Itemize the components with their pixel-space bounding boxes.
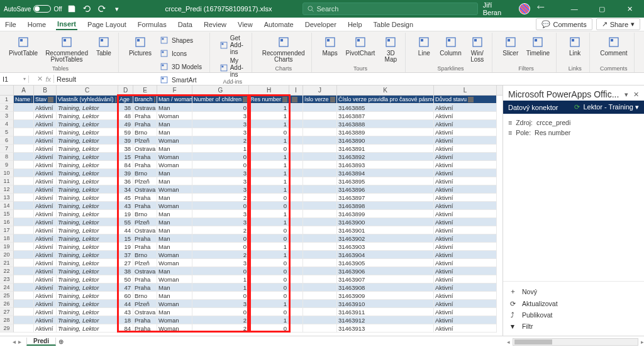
table-cell[interactable]: Aktivní — [34, 210, 57, 218]
table-cell[interactable] — [289, 284, 303, 292]
table-cell[interactable]: Woman — [157, 300, 192, 308]
table-cell[interactable]: Aktivní — [434, 145, 497, 153]
column-header[interactable]: E — [133, 85, 157, 95]
table-cell[interactable] — [289, 161, 303, 169]
row-header[interactable]: 24 — [0, 284, 14, 292]
table-cell[interactable]: Man — [157, 169, 192, 177]
table-cell[interactable] — [289, 275, 303, 284]
row-header[interactable]: 23 — [0, 275, 14, 284]
table-cell[interactable]: 31463902 — [337, 234, 434, 243]
column-header[interactable]: A — [14, 85, 34, 95]
table-cell[interactable]: Ostrava — [133, 308, 157, 316]
table-cell[interactable]: Training, Lektor — [57, 251, 118, 259]
cancel-formula-icon[interactable]: ✕ — [37, 75, 43, 83]
ribbon-recommended-pivot-button[interactable]: Recommended PivotTables — [43, 34, 91, 64]
spreadsheet-grid[interactable]: ABCDEFGHIJKL 1NameStavVlastník (vyhledáv… — [0, 85, 502, 336]
table-cell[interactable]: Brno — [133, 251, 157, 259]
table-cell[interactable]: Brno — [133, 128, 157, 136]
table-cell[interactable]: 0 — [249, 284, 289, 292]
table-cell[interactable]: 0 — [192, 292, 249, 300]
table-cell[interactable]: 31463912 — [337, 316, 434, 324]
table-cell[interactable]: Man — [157, 243, 192, 251]
table-cell[interactable]: Aktivní — [434, 169, 497, 177]
table-cell[interactable] — [303, 194, 337, 202]
table-cell[interactable] — [289, 324, 303, 333]
filter-dropdown-icon[interactable] — [292, 97, 297, 102]
maximize-icon[interactable]: ▢ — [591, 5, 613, 13]
table-cell[interactable]: Man — [157, 194, 192, 202]
filter-dropdown-icon[interactable] — [468, 97, 474, 102]
table-cell[interactable]: 0 — [249, 308, 289, 316]
table-cell[interactable]: 18 — [118, 316, 133, 324]
table-cell[interactable] — [14, 112, 34, 120]
table-cell[interactable]: Aktivní — [434, 185, 497, 194]
table-cell[interactable]: 31463895 — [337, 177, 434, 185]
panel-action-publish[interactable]: ⤴Publikovat — [508, 309, 639, 321]
table-cell[interactable] — [289, 153, 303, 161]
table-cell[interactable]: Aktivní — [434, 128, 497, 136]
table-cell[interactable]: Aktivní — [434, 259, 497, 267]
table-cell[interactable]: Woman — [157, 112, 192, 120]
table-cell[interactable]: Aktivní — [434, 292, 497, 300]
table-cell[interactable]: Brno — [133, 169, 157, 177]
table-cell[interactable] — [303, 177, 337, 185]
table-cell[interactable]: 0 — [249, 202, 289, 210]
ribbon-pictures-button[interactable]: Pictures — [126, 34, 154, 58]
table-cell[interactable] — [14, 300, 34, 308]
table-cell[interactable] — [289, 218, 303, 226]
undo-icon[interactable] — [81, 3, 92, 14]
table-cell[interactable]: Aktivní — [434, 120, 497, 128]
panel-action-refresh[interactable]: ⟳Aktualizovat — [508, 298, 639, 309]
ribbon-column-button[interactable]: Column — [437, 34, 464, 58]
table-column-header[interactable]: Číslo verze pravidla pro časové pásmo — [337, 96, 434, 104]
table-cell[interactable]: 48 — [118, 112, 133, 120]
table-cell[interactable] — [14, 194, 34, 202]
table-cell[interactable] — [289, 145, 303, 153]
table-cell[interactable]: 0 — [192, 153, 249, 161]
table-cell[interactable]: Man — [157, 267, 192, 275]
table-cell[interactable]: Aktivní — [434, 112, 497, 120]
table-cell[interactable]: Training, Lektor — [57, 153, 118, 161]
table-cell[interactable]: 31463906 — [337, 267, 434, 275]
table-cell[interactable]: 1 — [249, 169, 289, 177]
filter-dropdown-icon[interactable] — [48, 97, 53, 102]
table-cell[interactable] — [303, 259, 337, 267]
table-cell[interactable]: Aktivní — [34, 128, 57, 136]
table-cell[interactable]: Training, Lektor — [57, 194, 118, 202]
table-cell[interactable]: 1 — [249, 136, 289, 145]
table-cell[interactable]: 0 — [249, 292, 289, 300]
ribbon-shapes-button[interactable]: Shapes — [157, 34, 206, 47]
table-cell[interactable]: Aktivní — [434, 308, 497, 316]
filter-dropdown-icon[interactable] — [131, 97, 131, 102]
filter-dropdown-icon[interactable] — [115, 97, 116, 102]
table-cell[interactable]: Aktivní — [34, 234, 57, 243]
table-cell[interactable] — [289, 120, 303, 128]
table-cell[interactable]: 31463890 — [337, 136, 434, 145]
table-cell[interactable]: Aktivní — [34, 136, 57, 145]
table-cell[interactable]: 0 — [192, 202, 249, 210]
table-cell[interactable] — [289, 112, 303, 120]
user-avatar-icon[interactable] — [519, 3, 530, 14]
table-cell[interactable]: 31463892 — [337, 153, 434, 161]
table-cell[interactable]: Training, Lektor — [57, 300, 118, 308]
table-cell[interactable]: 31463905 — [337, 259, 434, 267]
table-cell[interactable]: Aktivní — [434, 267, 497, 275]
row-header[interactable]: 11 — [0, 177, 14, 185]
table-cell[interactable] — [14, 226, 34, 234]
ribbon-mode-icon[interactable] — [536, 4, 558, 13]
ribbon-icons-button[interactable]: Icons — [157, 47, 206, 60]
table-cell[interactable] — [303, 128, 337, 136]
table-cell[interactable]: Aktivní — [34, 104, 57, 112]
table-column-header[interactable]: Age — [118, 96, 133, 104]
table-cell[interactable] — [289, 169, 303, 177]
table-cell[interactable] — [303, 243, 337, 251]
new-sheet-button[interactable]: ⊕ — [56, 338, 66, 345]
tab-data[interactable]: Data — [177, 19, 194, 30]
ribbon-timeline-button[interactable]: Timeline — [524, 34, 552, 58]
row-header[interactable]: 25 — [0, 292, 14, 300]
table-cell[interactable] — [14, 275, 34, 284]
row-header[interactable]: 28 — [0, 316, 14, 324]
table-cell[interactable]: 31463910 — [337, 300, 434, 308]
table-cell[interactable]: 1 — [192, 284, 249, 292]
ribbon-pivottable-button[interactable]: PivotTable — [6, 34, 40, 58]
